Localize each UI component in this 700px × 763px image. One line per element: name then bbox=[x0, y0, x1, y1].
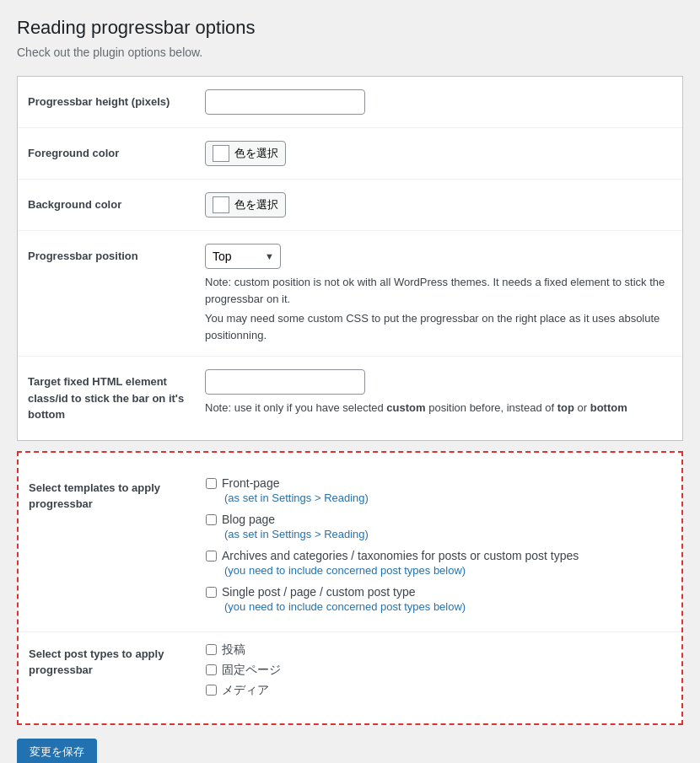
label-media[interactable]: メディア bbox=[222, 683, 269, 698]
dashed-section: Select templates to apply progressbar Fr… bbox=[17, 451, 683, 725]
target-html-note: Note: use it only if you have selected c… bbox=[205, 400, 672, 416]
background-color-label: 色を選択 bbox=[234, 197, 278, 212]
checkbox-pages[interactable] bbox=[206, 664, 217, 675]
label-pages[interactable]: 固定ページ bbox=[222, 663, 281, 678]
page-title: Reading progressbar options bbox=[17, 17, 683, 39]
content-post-types: 投稿 固定ページ メディア bbox=[196, 632, 681, 710]
note-single-post: (you need to include concerned post type… bbox=[224, 600, 671, 613]
position-note-1-text: Note: custom position is not ok with all… bbox=[205, 276, 665, 305]
label-front-page[interactable]: Front-page bbox=[222, 476, 279, 490]
content-height bbox=[195, 77, 682, 127]
label-background-color: Background color bbox=[18, 180, 195, 230]
label-single-post[interactable]: Single post / page / custom post type bbox=[222, 585, 416, 599]
row-templates: Select templates to apply progressbar Fr… bbox=[19, 466, 681, 632]
foreground-color-swatch bbox=[213, 145, 229, 162]
position-select[interactable]: Top Bottom Custom bbox=[205, 244, 281, 269]
label-target-html: Target fixed HTML element class/id to st… bbox=[18, 357, 195, 440]
note-front-page: (as set in Settings > Reading) bbox=[224, 492, 671, 504]
row-background-color: Background color 色を選択 bbox=[18, 180, 682, 231]
background-color-swatch bbox=[213, 196, 229, 213]
content-background-color: 色を選択 bbox=[195, 180, 682, 230]
checkbox-blog-page-row: Blog page bbox=[206, 513, 671, 526]
checkbox-blog-page[interactable] bbox=[206, 514, 217, 525]
checkbox-pages-row: 固定ページ bbox=[206, 663, 671, 678]
save-button[interactable]: 変更を保存 bbox=[17, 739, 97, 764]
content-position: Top Bottom Custom ▼ Note: custom positio… bbox=[195, 231, 682, 356]
label-height: Progressbar height (pixels) bbox=[18, 77, 195, 127]
label-position: Progressbar position bbox=[18, 231, 195, 356]
position-note-1: Note: custom position is not ok with all… bbox=[205, 274, 672, 307]
position-note-2: You may need some custom CSS to put the … bbox=[205, 310, 672, 343]
page-subtitle: Check out the plugin options below. bbox=[17, 46, 683, 59]
row-post-types: Select post types to apply progressbar 投… bbox=[19, 632, 681, 710]
height-input[interactable] bbox=[205, 89, 365, 115]
content-foreground-color: 色を選択 bbox=[195, 128, 682, 179]
label-foreground-color: Foreground color bbox=[18, 128, 195, 179]
target-html-input[interactable] bbox=[205, 369, 365, 395]
background-color-button[interactable]: 色を選択 bbox=[205, 192, 286, 218]
checkbox-posts-row: 投稿 bbox=[206, 642, 671, 658]
row-foreground-color: Foreground color 色を選択 bbox=[18, 128, 682, 180]
label-posts[interactable]: 投稿 bbox=[222, 642, 245, 658]
row-target-html: Target fixed HTML element class/id to st… bbox=[18, 357, 682, 440]
row-height: Progressbar height (pixels) bbox=[18, 77, 682, 128]
checkbox-single-post[interactable] bbox=[206, 587, 217, 598]
content-target-html: Note: use it only if you have selected c… bbox=[195, 357, 682, 440]
position-select-wrapper: Top Bottom Custom ▼ bbox=[205, 244, 281, 269]
checkbox-front-page-row: Front-page bbox=[206, 476, 671, 490]
checkbox-archives-row: Archives and categories / taxonomies for… bbox=[206, 549, 671, 562]
label-blog-page[interactable]: Blog page bbox=[222, 513, 275, 526]
row-position: Progressbar position Top Bottom Custom ▼… bbox=[18, 231, 682, 357]
checkbox-front-page[interactable] bbox=[206, 478, 217, 489]
checkbox-posts[interactable] bbox=[206, 644, 217, 655]
label-templates: Select templates to apply progressbar bbox=[19, 466, 196, 631]
content-templates: Front-page (as set in Settings > Reading… bbox=[196, 466, 681, 631]
page-wrapper: Reading progressbar options Check out th… bbox=[17, 17, 683, 763]
checkbox-media-row: メディア bbox=[206, 683, 671, 698]
position-note-2-text: You may need some custom CSS to put the … bbox=[205, 312, 660, 341]
checkbox-single-post-row: Single post / page / custom post type bbox=[206, 585, 671, 599]
foreground-color-button[interactable]: 色を選択 bbox=[205, 141, 286, 166]
note-blog-page: (as set in Settings > Reading) bbox=[224, 528, 671, 540]
note-archives: (you need to include concerned post type… bbox=[224, 564, 671, 577]
label-post-types: Select post types to apply progressbar bbox=[19, 632, 196, 710]
checkbox-media[interactable] bbox=[206, 685, 217, 696]
label-archives[interactable]: Archives and categories / taxonomies for… bbox=[222, 549, 579, 562]
note-custom: custom bbox=[386, 401, 425, 414]
checkbox-archives[interactable] bbox=[206, 551, 217, 562]
foreground-color-label: 色を選択 bbox=[234, 146, 278, 161]
note-bottom: bottom bbox=[590, 401, 627, 414]
note-top: top bbox=[557, 401, 574, 414]
settings-form: Progressbar height (pixels) Foreground c… bbox=[17, 76, 683, 441]
